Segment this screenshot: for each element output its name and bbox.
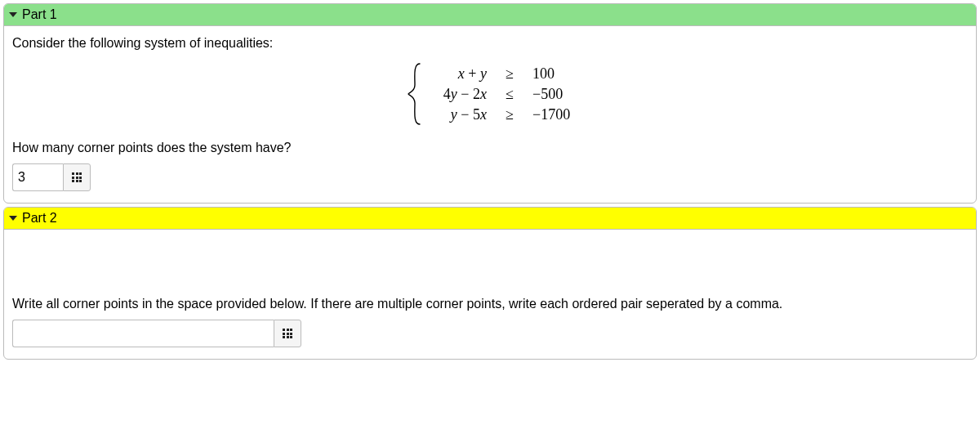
part-1-header[interactable]: Part 1 — [4, 4, 976, 26]
left-brace-icon — [407, 62, 425, 126]
corner-points-input[interactable] — [12, 320, 274, 347]
part-1-title: Part 1 — [22, 7, 57, 22]
part-2-title: Part 2 — [22, 211, 57, 226]
part-2-panel: Part 2 Write all corner points in the sp… — [3, 207, 977, 360]
part-2-header[interactable]: Part 2 — [4, 208, 976, 230]
chevron-down-icon — [9, 216, 17, 221]
keypad-icon — [72, 172, 82, 182]
ineq-2-lhs: 4y − 2x — [430, 86, 487, 103]
part-2-body: Write all corner points in the space pro… — [4, 230, 976, 359]
ineq-3-rhs: −1700 — [532, 106, 573, 123]
ineq-3-rel: ≥ — [503, 106, 516, 123]
keypad-button[interactable] — [63, 163, 91, 191]
ineq-1-lhs: x + y — [430, 65, 487, 83]
keypad-button[interactable] — [274, 320, 301, 347]
inequality-system: x + y ≥ 100 4y − 2x ≤ −500 y − 5x ≥ −17 — [12, 59, 968, 132]
chevron-down-icon — [9, 12, 17, 17]
corner-count-input[interactable] — [12, 163, 63, 191]
part-2-instruction: Write all corner points in the space pro… — [12, 297, 968, 311]
ineq-2-rel: ≤ — [503, 86, 516, 103]
ineq-2-rhs: −500 — [532, 86, 573, 103]
part-1-question: How many corner points does the system h… — [12, 141, 968, 155]
ineq-1-rel: ≥ — [503, 65, 516, 83]
ineq-3-lhs: y − 5x — [430, 106, 487, 123]
part-1-intro: Consider the following system of inequal… — [12, 36, 968, 51]
ineq-1-rhs: 100 — [532, 65, 573, 83]
keypad-icon — [283, 329, 292, 338]
part-1-panel: Part 1 Consider the following system of … — [3, 3, 977, 204]
part-1-body: Consider the following system of inequal… — [4, 26, 976, 203]
